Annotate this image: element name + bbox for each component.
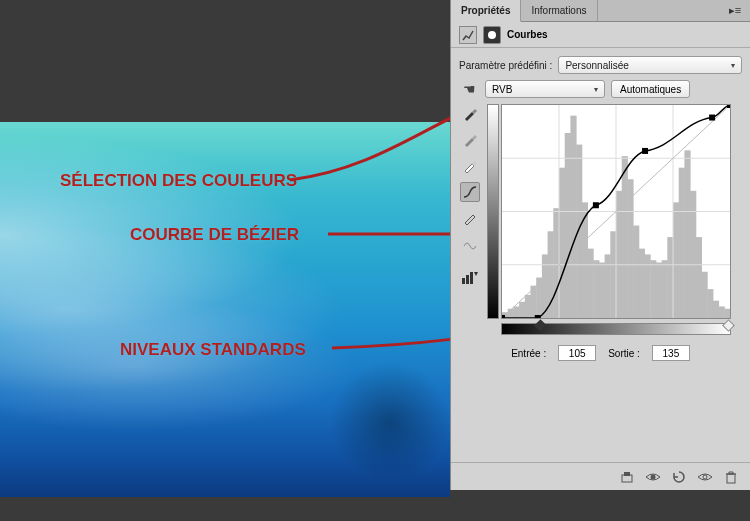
svg-rect-32 <box>662 260 668 318</box>
output-label: Sortie : <box>608 345 640 361</box>
annotation-bezier: COURBE DE BÉZIER <box>130 225 299 245</box>
svg-rect-30 <box>650 260 656 318</box>
curves-area <box>451 102 750 339</box>
scrubber-icon[interactable]: ☚ <box>459 81 479 97</box>
input-gradient[interactable] <box>501 323 731 335</box>
svg-rect-61 <box>727 474 735 483</box>
svg-rect-16 <box>570 116 576 318</box>
svg-rect-28 <box>639 249 645 318</box>
annotation-colors: SÉLECTION DES COULEURS <box>60 171 297 191</box>
eyedropper-gray-icon[interactable] <box>460 130 480 150</box>
svg-point-59 <box>651 474 656 479</box>
mask-icon[interactable] <box>483 26 501 44</box>
svg-rect-22 <box>605 254 611 318</box>
svg-rect-38 <box>696 237 702 318</box>
svg-rect-41 <box>713 301 719 318</box>
preset-value: Personnalisée <box>565 60 628 71</box>
properties-panel: Propriétés Informations ▸≡ Courbes Param… <box>450 0 750 490</box>
eyedropper-white-icon[interactable] <box>460 156 480 176</box>
svg-rect-25 <box>622 156 628 318</box>
preset-label: Paramètre prédéfini : <box>459 60 552 71</box>
svg-rect-36 <box>684 150 690 318</box>
svg-point-60 <box>703 475 707 479</box>
eyedropper-black-icon[interactable] <box>460 104 480 124</box>
input-value[interactable] <box>558 345 596 361</box>
clip-warning-icon[interactable] <box>460 268 480 288</box>
svg-point-0 <box>488 31 496 39</box>
svg-rect-24 <box>616 191 622 318</box>
black-point-slider[interactable] <box>534 319 547 332</box>
annotation-levels: NIVEAUX STANDARDS <box>120 340 306 360</box>
svg-rect-19 <box>588 249 594 318</box>
svg-rect-1 <box>462 278 465 284</box>
svg-rect-54 <box>642 148 648 154</box>
svg-rect-14 <box>559 168 565 318</box>
tool-column <box>459 104 481 335</box>
white-point-slider[interactable] <box>722 319 735 332</box>
output-gradient <box>487 104 499 319</box>
reset-icon[interactable] <box>670 468 688 486</box>
svg-rect-35 <box>679 168 685 318</box>
channel-select[interactable]: RVB <box>485 80 605 98</box>
preset-row: Paramètre prédéfini : Personnalisée <box>459 56 742 74</box>
input-label: Entrée : <box>511 345 546 361</box>
panel-menu-icon[interactable]: ▸≡ <box>720 0 750 21</box>
svg-rect-40 <box>707 289 713 318</box>
svg-rect-37 <box>690 191 696 318</box>
pencil-tool-icon[interactable] <box>460 208 480 228</box>
panel-header: Courbes <box>451 22 750 48</box>
visibility-icon[interactable] <box>644 468 662 486</box>
svg-rect-2 <box>466 275 469 284</box>
channel-value: RVB <box>492 84 512 95</box>
clip-to-layer-icon[interactable] <box>618 468 636 486</box>
channel-row: ☚ RVB Automatiques <box>459 80 742 98</box>
adjustments-icon[interactable] <box>459 26 477 44</box>
svg-rect-42 <box>719 306 725 318</box>
svg-rect-7 <box>519 302 525 318</box>
preset-select[interactable]: Personnalisée <box>558 56 742 74</box>
output-value[interactable] <box>652 345 690 361</box>
auto-button-label: Automatiques <box>620 84 681 95</box>
svg-rect-39 <box>702 272 708 318</box>
curves-graph[interactable] <box>501 104 731 319</box>
preview-icon[interactable] <box>696 468 714 486</box>
panel-tabs: Propriétés Informations ▸≡ <box>451 0 750 22</box>
svg-rect-34 <box>673 202 679 318</box>
svg-rect-27 <box>633 225 639 318</box>
tab-properties[interactable]: Propriétés <box>451 0 521 22</box>
svg-rect-52 <box>535 315 541 318</box>
auto-button[interactable]: Automatiques <box>611 80 690 98</box>
curve-point-tool-icon[interactable] <box>460 182 480 202</box>
tab-information[interactable]: Informations <box>521 0 597 21</box>
panel-footer <box>451 462 750 490</box>
smooth-tool-icon[interactable] <box>460 234 480 254</box>
svg-rect-43 <box>724 309 730 318</box>
svg-rect-8 <box>525 295 531 318</box>
svg-rect-15 <box>565 133 571 318</box>
svg-rect-51 <box>502 315 505 318</box>
svg-rect-57 <box>622 475 632 482</box>
graph-wrap <box>487 104 742 335</box>
svg-rect-55 <box>709 115 715 121</box>
svg-rect-58 <box>624 472 630 476</box>
trash-icon[interactable] <box>722 468 740 486</box>
svg-rect-31 <box>656 262 662 318</box>
svg-rect-21 <box>599 262 605 318</box>
svg-rect-6 <box>513 306 519 318</box>
svg-rect-20 <box>593 260 599 318</box>
svg-rect-53 <box>593 202 599 208</box>
svg-rect-3 <box>470 272 473 284</box>
svg-rect-29 <box>645 254 651 318</box>
panel-title: Courbes <box>507 29 548 40</box>
input-output-row: Entrée : Sortie : <box>451 339 750 367</box>
svg-rect-17 <box>576 145 582 318</box>
panel-body: Paramètre prédéfini : Personnalisée ☚ RV… <box>451 48 750 102</box>
svg-rect-56 <box>727 105 730 108</box>
